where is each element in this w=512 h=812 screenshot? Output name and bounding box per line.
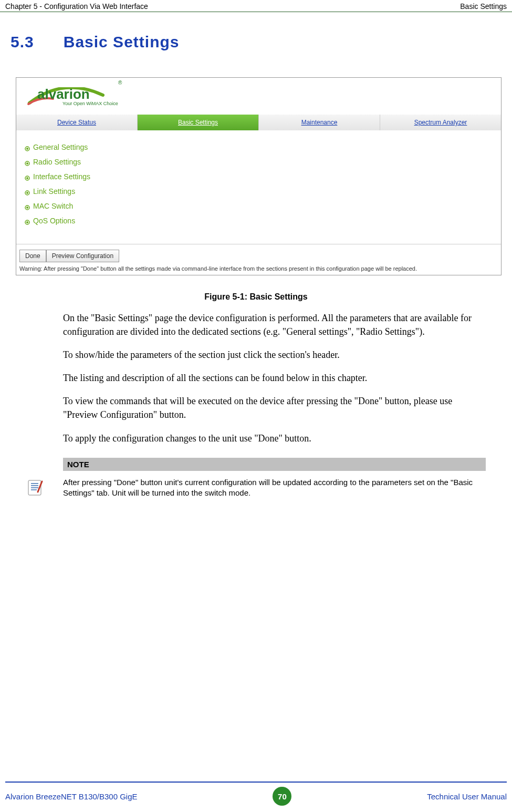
- note-header: NOTE: [63, 458, 486, 471]
- bullet-icon: [25, 145, 30, 150]
- svg-point-3: [26, 162, 28, 165]
- brand-logo: alvarion Your Open WiMAX Choice ®: [27, 87, 106, 110]
- note-icon: [26, 478, 44, 496]
- svg-point-5: [26, 177, 28, 179]
- nav-device-status[interactable]: Device Status: [16, 115, 138, 130]
- svg-point-1: [26, 148, 28, 150]
- footer-left: Alvarion BreezeNET B130/B300 GigE: [5, 792, 138, 801]
- section-general-settings[interactable]: General Settings: [25, 140, 496, 155]
- logo-text: alvarion: [37, 86, 90, 102]
- svg-point-11: [26, 221, 28, 223]
- section-label: QoS Options: [33, 217, 75, 225]
- header-right: Basic Settings: [460, 2, 507, 11]
- logo-registered-icon: ®: [118, 80, 122, 86]
- logo-tagline: Your Open WiMAX Choice: [62, 101, 118, 106]
- page-footer: Alvarion BreezeNET B130/B300 GigE 70 Tec…: [0, 782, 512, 812]
- body-paragraph: To apply the configuration changes to th…: [63, 431, 486, 445]
- section-title: Basic Settings: [64, 33, 180, 50]
- done-button[interactable]: Done: [19, 250, 46, 262]
- page-number: 70: [273, 787, 291, 806]
- note-body: After pressing "Done" button unit's curr…: [63, 477, 486, 499]
- bullet-icon: [25, 189, 30, 194]
- section-link-settings[interactable]: Link Settings: [25, 184, 496, 199]
- figure-caption: Figure 5-1: Basic Settings: [0, 292, 512, 302]
- section-interface-settings[interactable]: Interface Settings: [25, 169, 496, 184]
- svg-point-7: [26, 192, 28, 194]
- header-left: Chapter 5 - Configuration Via Web Interf…: [5, 2, 148, 11]
- section-label: MAC Switch: [33, 202, 73, 210]
- bullet-icon: [25, 203, 30, 209]
- svg-point-9: [26, 207, 28, 209]
- section-heading: 5.3 Basic Settings: [0, 12, 512, 61]
- nav-bar: Device Status Basic Settings Maintenance…: [16, 115, 501, 130]
- figure-screenshot: alvarion Your Open WiMAX Choice ® Device…: [16, 77, 501, 275]
- bullet-icon: [25, 159, 30, 165]
- preview-configuration-button[interactable]: Preview Configuration: [46, 250, 119, 262]
- body-paragraph: On the "Basic Settings" page the device …: [63, 311, 486, 338]
- section-label: Radio Settings: [33, 158, 81, 166]
- nav-spectrum-analyzer[interactable]: Spectrum Analyzer: [380, 115, 501, 130]
- body-paragraph: To show/hide the parameters of the secti…: [63, 348, 486, 362]
- bullet-icon: [25, 174, 30, 179]
- logo-area: alvarion Your Open WiMAX Choice ®: [16, 78, 501, 115]
- body-paragraph: The listing and description of all the s…: [63, 371, 486, 385]
- body-paragraph: To view the commands that will be execut…: [63, 394, 486, 422]
- note-block: NOTE After pressing "Done" button unit's…: [63, 458, 486, 499]
- section-label: Link Settings: [33, 187, 75, 196]
- section-label: General Settings: [33, 143, 88, 151]
- footer-right: Technical User Manual: [427, 792, 507, 801]
- section-qos-options[interactable]: QoS Options: [25, 213, 496, 228]
- bullet-icon: [25, 218, 30, 223]
- button-row: Done Preview Configuration: [16, 248, 501, 263]
- warning-text: Warning: After pressing "Done" button al…: [16, 263, 501, 275]
- nav-maintenance[interactable]: Maintenance: [259, 115, 380, 130]
- section-list: General Settings Radio Settings Interfac…: [16, 130, 501, 244]
- section-label: Interface Settings: [33, 172, 90, 181]
- section-mac-switch[interactable]: MAC Switch: [25, 199, 496, 213]
- section-number: 5.3: [11, 33, 34, 50]
- page-header: Chapter 5 - Configuration Via Web Interf…: [0, 0, 512, 12]
- nav-basic-settings[interactable]: Basic Settings: [138, 115, 259, 130]
- section-radio-settings[interactable]: Radio Settings: [25, 155, 496, 169]
